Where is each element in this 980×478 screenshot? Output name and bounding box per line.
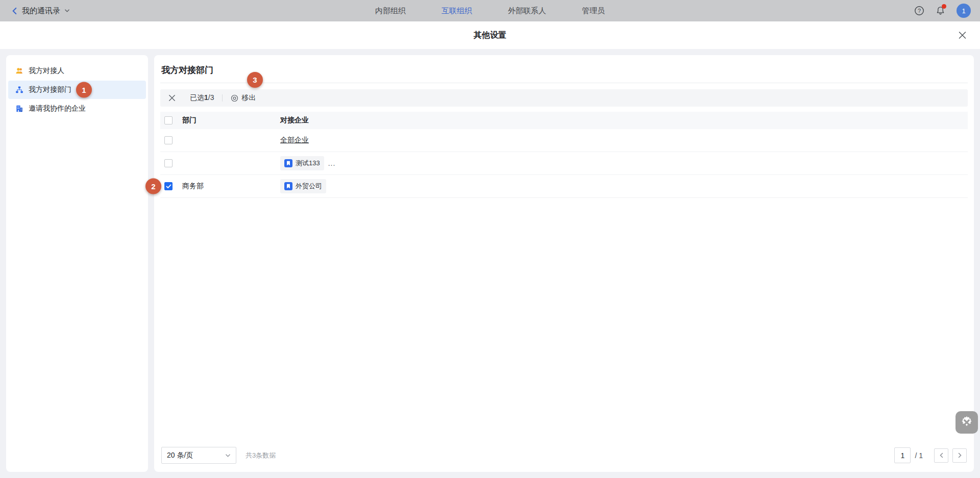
row-checkbox[interactable]	[164, 159, 173, 167]
notification-dot	[942, 4, 946, 9]
close-icon[interactable]	[958, 31, 967, 40]
bookmark-icon	[284, 182, 292, 190]
sidebar-item-our-departments[interactable]: 我方对接部门 1	[8, 81, 146, 99]
settings-sidebar: 我方对接人 我方对接部门 1 邀请我协作的企业	[6, 55, 148, 472]
page-size-select[interactable]: 20 条/页	[161, 447, 236, 464]
toolbar-divider	[222, 94, 223, 102]
row-checkbox-checked[interactable]	[164, 182, 173, 190]
company-tag: 外贸公司	[280, 179, 326, 193]
annotation-badge-1: 1	[76, 82, 92, 98]
modal-header: 其他设置	[0, 21, 980, 49]
selection-toolbar: 已选1/3 移出 3	[160, 89, 968, 107]
page-number-input[interactable]	[894, 447, 911, 463]
notification-bell-icon[interactable]	[936, 6, 945, 16]
company-tag-label: 外贸公司	[296, 182, 322, 191]
table-row: 测试133 ...	[160, 152, 968, 175]
table-header: 部门 对接企业	[160, 112, 968, 129]
selected-count-text: 已选1/3	[190, 93, 214, 103]
total-count-text: 共3条数据	[246, 451, 276, 460]
next-page-button[interactable]	[952, 448, 967, 463]
sidebar-item-label: 我方对接部门	[29, 85, 71, 94]
tab-connected-org[interactable]: 互联组织	[442, 6, 472, 16]
sidebar-item-label: 邀请我协作的企业	[29, 104, 86, 113]
help-icon[interactable]: ?	[914, 6, 924, 16]
sidebar-item-inviting-companies[interactable]: 邀请我协作的企业	[8, 99, 146, 118]
company-tag-label: 测试133	[296, 159, 320, 168]
row-checkbox[interactable]	[164, 136, 173, 144]
table-row: 全部企业	[160, 129, 968, 152]
more-ellipsis[interactable]: ...	[328, 159, 336, 167]
main-panel: 我方对接部门 已选1/3 移出 3 部门 对接企业 全部企业	[154, 55, 974, 472]
avatar[interactable]: 1	[957, 4, 971, 18]
page-title: 我方对接部门	[160, 61, 968, 83]
company-tag: 测试133	[280, 156, 324, 170]
topbar: 我的通讯录 内部组织 互联组织 外部联系人 管理员 ? 1	[0, 0, 980, 21]
floating-settings-button[interactable]	[955, 411, 978, 434]
table-row-selected: 2 商务部 外贸公司	[160, 175, 968, 198]
modal-body: 我方对接人 我方对接部门 1 邀请我协作的企业 我方对接部门 已选1/3	[0, 49, 980, 478]
pagination-footer: 20 条/页 共3条数据 / 1	[160, 447, 968, 472]
select-all-checkbox[interactable]	[164, 116, 173, 124]
page-size-value: 20 条/页	[167, 451, 193, 460]
column-header-department: 部门	[182, 116, 280, 125]
column-header-company: 对接企业	[280, 116, 968, 125]
back-chevron-icon	[11, 7, 18, 15]
chevron-down-icon	[225, 454, 231, 458]
modal-title: 其他设置	[474, 30, 506, 41]
bookmark-icon	[284, 159, 292, 167]
chevron-down-icon	[64, 9, 70, 13]
tab-admin[interactable]: 管理员	[582, 6, 605, 16]
remove-label: 移出	[241, 93, 256, 103]
tab-internal-org[interactable]: 内部组织	[375, 6, 406, 16]
annotation-badge-2: 2	[145, 179, 161, 194]
building-icon	[15, 105, 23, 113]
pager: / 1	[894, 447, 967, 463]
top-nav-tabs: 内部组织 互联组织 外部联系人 管理员	[375, 6, 605, 16]
remove-circle-icon	[231, 94, 238, 102]
tab-external-contacts[interactable]: 外部联系人	[508, 6, 546, 16]
gear-tools-icon	[959, 415, 974, 430]
svg-text:?: ?	[918, 8, 921, 14]
people-icon	[15, 67, 23, 75]
back-label: 我的通讯录	[22, 6, 60, 16]
org-tree-icon	[15, 86, 23, 94]
topbar-actions: ? 1	[914, 4, 971, 18]
back-navigation[interactable]: 我的通讯录	[11, 6, 70, 16]
page-total-text: / 1	[915, 451, 923, 460]
sidebar-item-our-contacts[interactable]: 我方对接人	[8, 62, 146, 80]
department-name: 商务部	[182, 182, 280, 191]
prev-page-button[interactable]	[934, 448, 948, 463]
clear-selection-icon[interactable]	[168, 94, 176, 102]
sidebar-item-label: 我方对接人	[29, 66, 64, 76]
all-companies-link[interactable]: 全部企业	[280, 136, 309, 145]
annotation-badge-3: 3	[247, 72, 263, 88]
remove-button[interactable]: 移出	[231, 93, 256, 103]
